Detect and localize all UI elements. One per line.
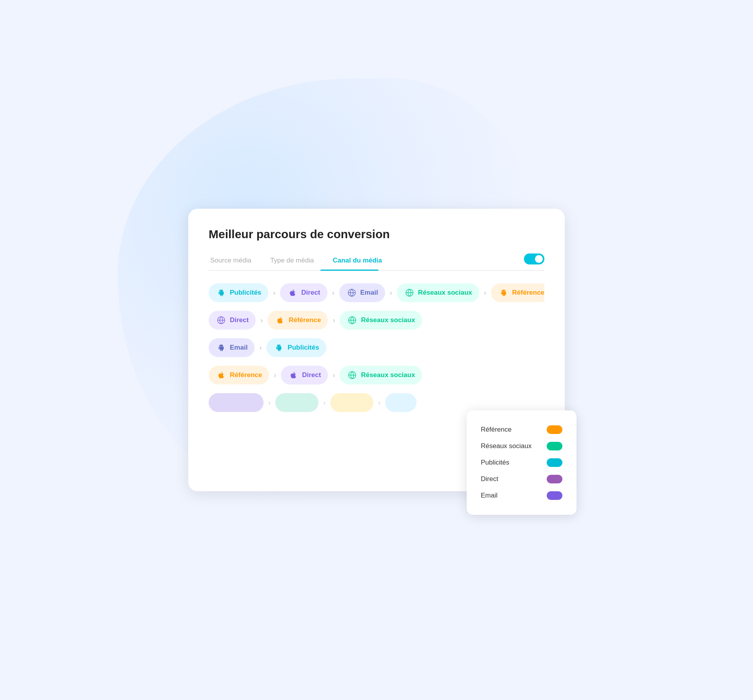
- outer-wrap: Meilleur parcours de conversion Source m…: [188, 209, 565, 491]
- arrow-11: ›: [323, 399, 326, 407]
- chip-label: Référence: [512, 289, 544, 297]
- globe-icon-3: [216, 315, 227, 326]
- legend-item-email: Email: [481, 487, 562, 504]
- chip-reference-1[interactable]: Référence: [491, 283, 544, 302]
- path-row-1: Publicités › Direct › Email ›: [209, 283, 544, 302]
- legend-dot-purple: [547, 475, 562, 483]
- toggle-wrap: [524, 253, 544, 270]
- chip-label: Réseaux sociaux: [418, 289, 472, 297]
- skeleton-chip-2: [275, 393, 318, 412]
- arrow-12: ›: [378, 399, 380, 407]
- chip-label: Publicités: [230, 289, 261, 297]
- chip-reseaux-2[interactable]: Réseaux sociaux: [340, 311, 422, 330]
- arrow-6: ›: [333, 316, 335, 324]
- apple-icon-4: [288, 370, 299, 381]
- chip-direct-3[interactable]: Direct: [281, 366, 328, 385]
- tab-active-underline: [320, 270, 378, 271]
- chip-label: Direct: [230, 316, 249, 324]
- chip-label: Réseaux sociaux: [361, 316, 415, 324]
- chip-label: Email: [360, 289, 378, 297]
- legend-label-direct: Direct: [481, 475, 498, 483]
- chip-publicites-2[interactable]: Publicités: [266, 338, 326, 357]
- android-icon-4: [273, 342, 284, 353]
- globe-icon-1: [346, 287, 357, 298]
- arrow-3: ›: [390, 289, 392, 297]
- apple-icon-1: [287, 287, 298, 298]
- chip-label: Réseaux sociaux: [361, 371, 415, 379]
- legend-item-direct: Direct: [481, 471, 562, 487]
- chip-direct-2[interactable]: Direct: [209, 311, 256, 330]
- chip-label: Direct: [301, 289, 320, 297]
- chip-label: Référence: [230, 371, 262, 379]
- android-icon-2: [498, 287, 509, 298]
- legend-item-reference: Référence: [481, 421, 562, 438]
- path-row-5-skeleton: › › ›: [209, 393, 544, 412]
- legend-label-reseaux: Réseaux sociaux: [481, 442, 531, 450]
- tab-source[interactable]: Source média: [209, 253, 261, 270]
- chip-label: Publicités: [287, 344, 319, 352]
- tabs-bar: Source média Type de média Canal du médi…: [209, 253, 544, 271]
- paths-area: Publicités › Direct › Email ›: [209, 283, 544, 412]
- legend-item-publicites: Publicités: [481, 454, 562, 471]
- arrow-7: ›: [259, 344, 262, 352]
- chip-reference-3[interactable]: Référence: [209, 366, 269, 385]
- arrow-8: ›: [274, 371, 276, 379]
- skeleton-chip-3: [330, 393, 373, 412]
- arrow-1: ›: [273, 289, 275, 297]
- main-toggle[interactable]: [524, 253, 544, 264]
- android-icon-3: [216, 342, 227, 353]
- legend-popup: Référence Réseaux sociaux Publicités Dir…: [467, 410, 577, 515]
- skeleton-chip-4: [385, 393, 417, 412]
- path-row-3: Email › Publicités: [209, 338, 544, 357]
- globe-icon-4: [347, 315, 358, 326]
- chip-reseaux-1[interactable]: Réseaux sociaux: [397, 283, 479, 302]
- arrow-2: ›: [332, 289, 335, 297]
- android-icon-1: [216, 287, 227, 298]
- arrow-10: ›: [268, 399, 271, 407]
- legend-dot-cyan: [547, 458, 562, 467]
- legend-label-reference: Référence: [481, 426, 511, 434]
- chip-email-2[interactable]: Email: [209, 338, 255, 357]
- tab-canal[interactable]: Canal du média: [323, 253, 391, 270]
- legend-dot-orange: [547, 425, 562, 434]
- chip-publicites-1[interactable]: Publicités: [209, 283, 268, 302]
- tab-type[interactable]: Type de média: [261, 253, 324, 270]
- legend-dot-indigo: [547, 491, 562, 500]
- apple-icon-2: [275, 315, 286, 326]
- path-row-4: Référence › Direct › Réseaux sociaux: [209, 366, 544, 385]
- arrow-9: ›: [333, 371, 335, 379]
- chip-label: Email: [230, 344, 247, 352]
- card-title: Meilleur parcours de conversion: [209, 228, 544, 241]
- legend-item-reseaux: Réseaux sociaux: [481, 438, 562, 454]
- legend-label-email: Email: [481, 492, 498, 499]
- chip-email-1[interactable]: Email: [339, 283, 385, 302]
- legend-label-publicites: Publicités: [481, 459, 509, 467]
- legend-dot-green: [547, 442, 562, 450]
- path-row-2: Direct › Référence › Réseaux sociaux: [209, 311, 544, 330]
- chip-reseaux-3[interactable]: Réseaux sociaux: [340, 366, 422, 385]
- main-card: Meilleur parcours de conversion Source m…: [188, 209, 565, 491]
- globe-icon-2: [404, 287, 415, 298]
- apple-icon-3: [216, 370, 227, 381]
- chip-label: Direct: [302, 371, 321, 379]
- chip-label: Référence: [289, 316, 321, 324]
- globe-icon-5: [347, 370, 358, 381]
- skeleton-chip-1: [209, 393, 264, 412]
- chip-direct-1[interactable]: Direct: [280, 283, 327, 302]
- chip-reference-2[interactable]: Référence: [267, 311, 328, 330]
- arrow-4: ›: [484, 289, 486, 297]
- arrow-5: ›: [260, 316, 263, 324]
